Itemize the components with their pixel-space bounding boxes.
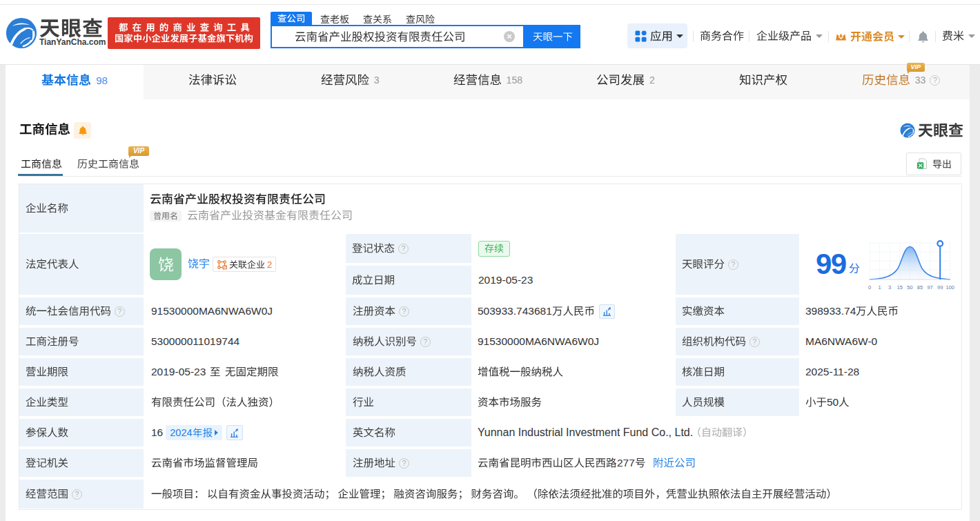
svg-text:100: 100 [946, 284, 955, 291]
svg-text:99: 99 [937, 284, 943, 291]
svg-text:0: 0 [868, 284, 871, 291]
svg-text:15: 15 [897, 284, 903, 291]
svg-text:1: 1 [879, 284, 881, 291]
svg-text:85: 85 [917, 284, 923, 291]
svg-text:50: 50 [907, 284, 912, 291]
svg-text:97: 97 [927, 284, 932, 291]
svg-text:3: 3 [888, 284, 891, 291]
